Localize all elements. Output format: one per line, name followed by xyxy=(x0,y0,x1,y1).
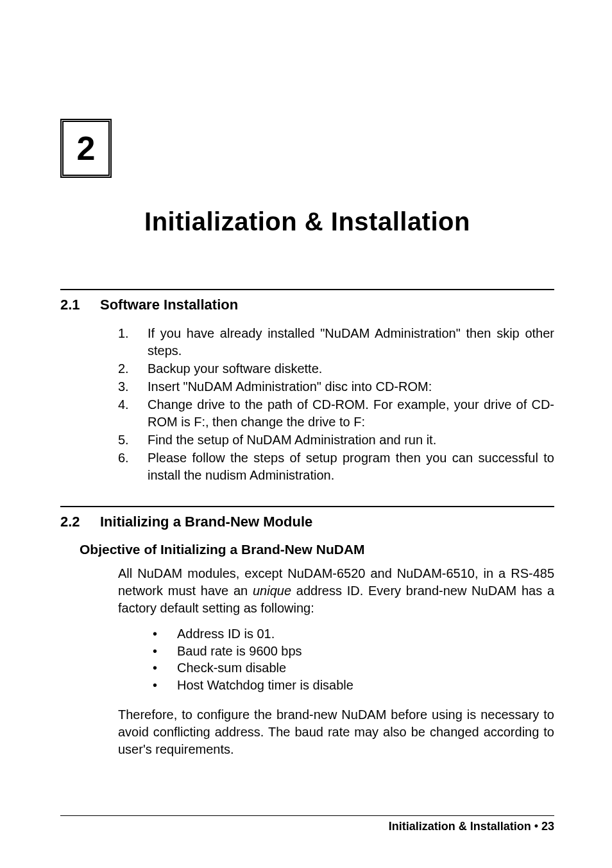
body-paragraph: Therefore, to configure the brand-new Nu… xyxy=(118,706,554,758)
step-text: Change drive to the path of CD-ROM. For … xyxy=(148,396,554,431)
step-text: Please follow the steps of setup program… xyxy=(148,449,554,484)
list-item: 3.Insert "NuDAM Administration" disc int… xyxy=(118,378,554,395)
step-number: 1. xyxy=(118,325,148,360)
section-title: 2.1Software Installation xyxy=(60,297,554,313)
subsection-title: Objective of Initializing a Brand-New Nu… xyxy=(80,542,554,557)
list-item: 4.Change drive to the path of CD-ROM. Fo… xyxy=(118,396,554,431)
list-item: 6.Please follow the steps of setup progr… xyxy=(118,449,554,484)
step-number: 5. xyxy=(118,431,148,449)
installation-steps: 1.If you have already installed "NuDAM A… xyxy=(60,325,554,484)
bullet-text: Baud rate is 9600 bps xyxy=(177,643,302,659)
list-item: •Address ID is 01. xyxy=(149,625,554,642)
section-name-2-1: Software Installation xyxy=(100,297,238,313)
default-settings-list: •Address ID is 01. •Baud rate is 9600 bp… xyxy=(149,625,554,693)
footer-separator: • xyxy=(531,820,541,833)
step-number: 3. xyxy=(118,378,148,395)
list-item: 2.Backup your software diskette. xyxy=(118,360,554,378)
bullet-icon: • xyxy=(149,677,177,693)
body-paragraph: All NuDAM modules, except NuDAM-6520 and… xyxy=(118,565,554,616)
list-item: 1.If you have already installed "NuDAM A… xyxy=(118,325,554,360)
list-item: •Check-sum disable xyxy=(149,659,554,676)
section-header-2-1: 2.1Software Installation xyxy=(60,289,554,313)
italic-text: unique xyxy=(253,584,291,598)
bullet-text: Check-sum disable xyxy=(177,659,286,676)
step-number: 4. xyxy=(118,396,148,431)
chapter-number: 2 xyxy=(77,129,96,168)
section-number-2-1: 2.1 xyxy=(60,297,100,313)
footer-title: Initialization & Installation xyxy=(389,820,531,833)
list-item: •Baud rate is 9600 bps xyxy=(149,643,554,659)
page-number: 23 xyxy=(541,820,554,833)
section-number-2-2: 2.2 xyxy=(60,514,100,530)
list-item: 5.Find the setup of NuDAM Administration… xyxy=(118,431,554,449)
step-text: If you have already installed "NuDAM Adm… xyxy=(148,325,554,360)
chapter-title: Initialization & Installation xyxy=(60,207,554,236)
bullet-text: Host Watchdog timer is disable xyxy=(177,677,353,693)
chapter-number-box: 2 xyxy=(60,119,112,178)
bullet-icon: • xyxy=(149,659,177,676)
step-number: 6. xyxy=(118,449,148,484)
section-name-2-2: Initializing a Brand-New Module xyxy=(100,514,312,530)
bullet-icon: • xyxy=(149,643,177,659)
bullet-icon: • xyxy=(149,625,177,642)
step-text: Backup your software diskette. xyxy=(148,360,554,378)
section-title: 2.2Initializing a Brand-New Module xyxy=(60,514,554,530)
step-text: Find the setup of NuDAM Administration a… xyxy=(148,431,554,449)
list-item: •Host Watchdog timer is disable xyxy=(149,677,554,693)
page-footer: Initialization & Installation • 23 xyxy=(60,815,554,833)
section-header-2-2: 2.2Initializing a Brand-New Module xyxy=(60,506,554,530)
step-number: 2. xyxy=(118,360,148,378)
step-text: Insert "NuDAM Administration" disc into … xyxy=(148,378,554,395)
bullet-text: Address ID is 01. xyxy=(177,625,275,642)
